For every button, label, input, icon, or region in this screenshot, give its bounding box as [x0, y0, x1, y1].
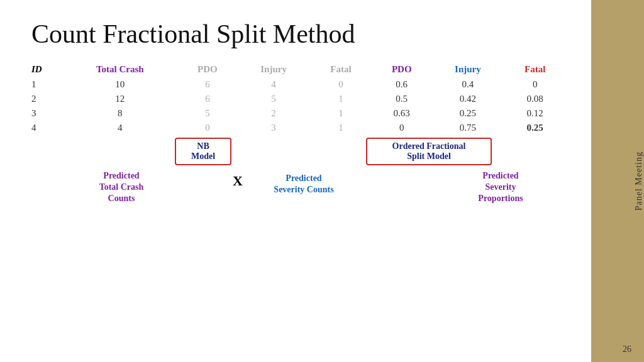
cell-fat-grey: 1 [310, 92, 372, 106]
cell-inj-grey: 4 [238, 77, 310, 92]
cell-fat: 0.25 [504, 121, 566, 135]
header-total-crash: Total Crash [62, 62, 177, 77]
cell-pdo: 0.6 [372, 77, 431, 92]
cell-pdo-grey: 0 [177, 121, 237, 135]
cell-id: 4 [31, 121, 62, 135]
cell-total: 10 [62, 77, 177, 92]
cell-fat-grey: 1 [310, 106, 372, 121]
label-predicted-severity-props: PredictedSeverityProportions [450, 170, 551, 205]
cell-id: 1 [31, 77, 62, 92]
sidebar-page: 26 [623, 344, 631, 354]
header-injury-grey: Injury [238, 62, 310, 77]
data-table: ID Total Crash PDO Injury Fatal PDO Inju… [31, 62, 566, 135]
cell-pdo-grey: 6 [177, 77, 237, 92]
cell-inj: 0.25 [431, 106, 504, 121]
header-fatal-grey: Fatal [310, 62, 372, 77]
header-injury-blue: Injury [431, 62, 504, 77]
cell-id: 2 [31, 92, 62, 106]
label-predicted-severity-counts: PredictedSeverity Counts [263, 173, 345, 195]
cell-pdo: 0.63 [372, 106, 431, 121]
cell-id: 3 [31, 106, 62, 121]
label-predicted-total: PredictedTotal CrashCounts [80, 170, 162, 205]
cell-inj-grey: 2 [238, 106, 310, 121]
cell-pdo-grey: 5 [177, 106, 237, 121]
cell-fat: 0 [504, 77, 566, 92]
cell-pdo: 0 [372, 121, 431, 135]
header-pdo-purple: PDO [372, 62, 431, 77]
table-row: 4 4 0 3 1 0 0.75 0.25 [31, 121, 566, 135]
ofsm-line1: Ordered Fractional [392, 141, 466, 151]
cell-fat-grey: 1 [310, 121, 372, 135]
nb-model-box: NB Model [175, 138, 231, 165]
sidebar-label: Panel Meeting [628, 151, 644, 211]
nb-model-line1: NB [197, 141, 209, 151]
table-row: 3 8 5 2 1 0.63 0.25 0.12 [31, 106, 566, 121]
cell-inj: 0.75 [431, 121, 504, 135]
cell-inj-grey: 5 [238, 92, 310, 106]
header-fatal-red: Fatal [504, 62, 566, 77]
cell-inj-grey: 3 [238, 121, 310, 135]
header-id: ID [31, 62, 62, 77]
cell-fat: 0.08 [504, 92, 566, 106]
cell-fat-grey: 0 [310, 77, 372, 92]
cell-pdo-grey: 6 [177, 92, 237, 106]
cell-total: 8 [62, 106, 177, 121]
cell-inj: 0.42 [431, 92, 504, 106]
ofsm-box: Ordered Fractional Split Model [366, 138, 492, 165]
cell-pdo: 0.5 [372, 92, 431, 106]
sidebar: Panel Meeting 26 [591, 0, 644, 362]
table-row: 1 10 6 4 0 0.6 0.4 0 [31, 77, 566, 92]
page-title: Count Fractional Split Method [31, 19, 566, 49]
nb-model-line2: Model [191, 151, 215, 161]
cell-fat: 0.12 [504, 106, 566, 121]
table-row: 2 12 6 5 1 0.5 0.42 0.08 [31, 92, 566, 106]
header-pdo-grey: PDO [177, 62, 237, 77]
cell-total: 12 [62, 92, 177, 106]
main-content: Count Fractional Split Method ID Total C… [0, 0, 591, 362]
x-symbol: X [219, 173, 257, 189]
cell-total: 4 [62, 121, 177, 135]
table-section: ID Total Crash PDO Injury Fatal PDO Inju… [31, 62, 566, 135]
cell-inj: 0.4 [431, 77, 504, 92]
ofsm-line2: Split Model [407, 151, 451, 161]
